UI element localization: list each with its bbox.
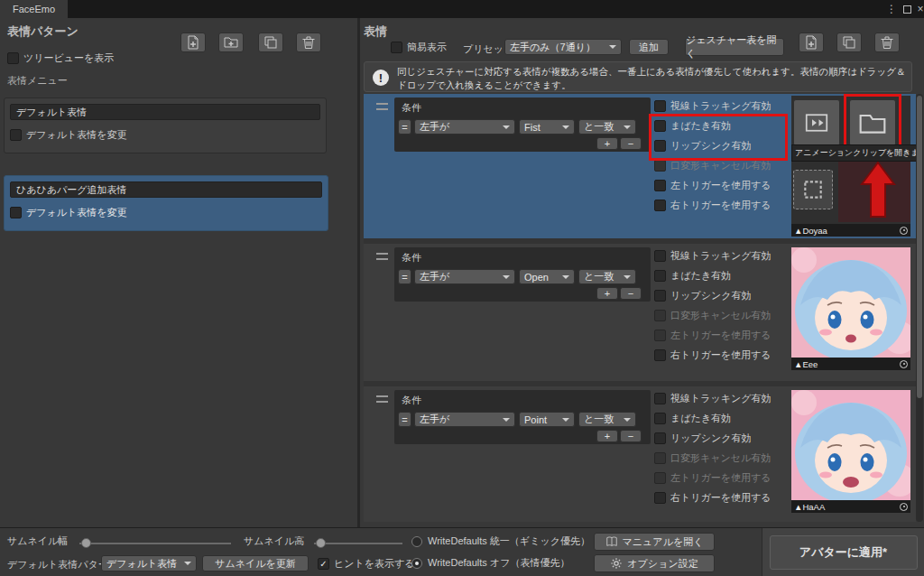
- expression-thumbnail[interactable]: ▲Eee: [791, 247, 910, 370]
- apply-to-avatar-button[interactable]: アバターに適用*: [770, 535, 918, 570]
- hand-dropdown[interactable]: 左手が: [414, 412, 515, 427]
- pattern-name-field[interactable]: デフォルト表情: [10, 104, 320, 120]
- gesture-dropdown[interactable]: Point: [519, 412, 575, 427]
- simple-display-checkbox[interactable]: 簡易表示: [391, 41, 447, 54]
- thumb-width-slider-knob[interactable]: [81, 538, 91, 548]
- checkbox-lipsync[interactable]: リップシンク有効: [654, 289, 752, 302]
- close-icon[interactable]: ×: [913, 0, 924, 18]
- checkbox-right-trigger[interactable]: 右トリガーを使用する: [654, 491, 772, 505]
- gesture-dropdown[interactable]: Open: [519, 269, 575, 284]
- expression-row-fist[interactable]: 条件 = 左手が Fist と一致 + − 視線トラッキング有効 まばたき有効 …: [364, 94, 916, 238]
- checkbox-blink[interactable]: まばたき有効: [654, 412, 731, 425]
- expression-panel: 表情 簡易表示 プリセット 左手のみ（7通り） 追加 ジェスチャー表を開く ! …: [360, 18, 924, 527]
- hand-dropdown[interactable]: 左手が: [414, 119, 515, 135]
- checkbox-right-trigger[interactable]: 右トリガーを使用する: [654, 199, 772, 212]
- drag-handle-icon[interactable]: [376, 103, 388, 110]
- add-preset-button[interactable]: 追加: [629, 39, 669, 55]
- chevron-down-icon: [562, 125, 569, 129]
- pattern-card-selected[interactable]: ひあひあパーグ追加表情 デフォルト表情を変更: [4, 175, 328, 231]
- add-condition-button[interactable]: +: [596, 137, 618, 150]
- thumb-height-label: サムネイル高: [244, 534, 304, 548]
- chevron-down-icon: [562, 275, 569, 279]
- checkbox-eye-tracking[interactable]: 視線トラッキング有効: [654, 392, 772, 405]
- condition-block: 条件 = 左手が Fist と一致 + −: [394, 98, 651, 152]
- checkbox-box: [654, 349, 666, 361]
- add-condition-button[interactable]: +: [596, 430, 618, 442]
- expression-row-open[interactable]: 条件 = 左手が Open と一致 + − 視線トラッキング有効 まばたき有効 …: [364, 244, 916, 381]
- thumb-height-slider-knob[interactable]: [316, 538, 326, 548]
- drag-handle-icon[interactable]: [376, 395, 388, 403]
- checkbox-box: [391, 42, 402, 53]
- change-default-checkbox[interactable]: デフォルト表情を変更: [10, 128, 127, 142]
- equals-button[interactable]: =: [398, 412, 411, 427]
- delete-expression-button[interactable]: [874, 33, 900, 52]
- default-pattern-dropdown[interactable]: デフォルト表情: [101, 555, 197, 571]
- chevron-down-icon: [503, 418, 510, 422]
- drag-handle-icon[interactable]: [376, 253, 388, 260]
- scrollbar-thumb[interactable]: [917, 96, 922, 398]
- equals-button[interactable]: =: [398, 119, 411, 135]
- checkbox-eye-tracking[interactable]: 視線トラッキング有効: [654, 249, 772, 263]
- checkbox-right-trigger[interactable]: 右トリガーを使用する: [654, 348, 772, 362]
- copy-expression-button[interactable]: [836, 33, 862, 52]
- hand-dropdown[interactable]: 左手が: [414, 269, 515, 284]
- change-default-checkbox[interactable]: デフォルト表情を変更: [10, 206, 127, 219]
- open-gesture-table-button[interactable]: ジェスチャー表を開く: [685, 38, 784, 56]
- tree-view-checkbox[interactable]: ツリービューを表示: [7, 51, 114, 65]
- pattern-card-default[interactable]: デフォルト表情 デフォルト表情を変更: [4, 98, 327, 153]
- preset-dropdown[interactable]: 左手のみ（7通り）: [504, 39, 622, 55]
- match-dropdown[interactable]: と一致: [578, 412, 636, 427]
- checkbox-blink[interactable]: まばたき有効: [654, 269, 731, 283]
- window-tab[interactable]: FaceEmo: [0, 0, 68, 18]
- file-plus-icon: [186, 35, 200, 50]
- copy-pattern-button[interactable]: [258, 33, 283, 52]
- new-pattern-button[interactable]: [180, 33, 206, 52]
- vertical-scrollbar[interactable]: [916, 94, 923, 522]
- select-object-icon[interactable]: [900, 503, 908, 511]
- expression-row-point[interactable]: 条件 = 左手が Point と一致 + − 視線トラッキング有効 まばたき有効…: [364, 386, 916, 522]
- expression-thumbnail[interactable]: アニメーションクリップを開きます。 ▲Doyaa: [791, 96, 910, 237]
- equals-button[interactable]: =: [398, 269, 411, 284]
- remove-condition-button[interactable]: −: [620, 287, 642, 300]
- thumb-height-slider[interactable]: [314, 543, 402, 544]
- add-condition-button[interactable]: +: [596, 287, 618, 300]
- writedefaults-off-radio[interactable]: WriteDefaults オフ（表情優先）: [411, 556, 569, 570]
- radio-circle: [411, 536, 422, 547]
- chevron-down-icon: [609, 45, 616, 49]
- delete-pattern-button[interactable]: [296, 33, 321, 52]
- checkbox-left-trigger[interactable]: 左トリガーを使用する: [654, 179, 772, 192]
- checkbox-box: [654, 290, 666, 302]
- open-manual-button[interactable]: マニュアルを開く: [594, 533, 715, 551]
- clear-clip-button[interactable]: [793, 170, 833, 209]
- title-bar: FaceEmo ⋮ ×: [0, 0, 924, 18]
- match-dropdown[interactable]: と一致: [578, 119, 636, 135]
- window-menu-icon[interactable]: ⋮: [884, 0, 899, 18]
- remove-condition-button[interactable]: −: [620, 137, 642, 150]
- checkbox-box: [654, 330, 666, 341]
- condition-label: 条件: [402, 101, 421, 115]
- trash-icon: [880, 35, 894, 50]
- checkbox-lipsync[interactable]: リップシンク有効: [654, 432, 752, 445]
- expression-list: 条件 = 左手が Fist と一致 + − 視線トラッキング有効 まばたき有効 …: [364, 94, 916, 522]
- checkbox-box: [654, 160, 666, 172]
- select-object-icon[interactable]: [900, 227, 908, 235]
- checkbox-mouth-cancel: 口変形キャンセル有効: [654, 159, 771, 172]
- remove-condition-button[interactable]: −: [620, 430, 642, 442]
- open-animation-clip-button[interactable]: [793, 99, 840, 146]
- writedefaults-unified-radio[interactable]: WriteDefaults 統一（ギミック優先）: [411, 534, 590, 548]
- show-hints-checkbox[interactable]: ヒントを表示する: [318, 557, 415, 571]
- maximize-icon[interactable]: [900, 0, 914, 18]
- match-dropdown[interactable]: と一致: [578, 269, 636, 284]
- option-settings-button[interactable]: オプション設定: [594, 554, 715, 572]
- expression-thumbnail[interactable]: ▲HaAA: [791, 390, 910, 513]
- thumb-width-slider[interactable]: [79, 543, 231, 544]
- select-object-icon[interactable]: [900, 360, 908, 368]
- dashed-select-icon: [801, 178, 825, 201]
- new-expression-button[interactable]: [799, 33, 824, 52]
- update-thumbnails-button[interactable]: サムネイルを更新: [202, 555, 309, 571]
- file-plus-icon: [804, 35, 818, 50]
- gesture-dropdown[interactable]: Fist: [519, 119, 575, 135]
- checkbox-eye-tracking[interactable]: 視線トラッキング有効: [654, 99, 772, 113]
- pattern-name-field[interactable]: ひあひあパーグ追加表情: [10, 181, 322, 198]
- new-group-button[interactable]: [218, 33, 244, 52]
